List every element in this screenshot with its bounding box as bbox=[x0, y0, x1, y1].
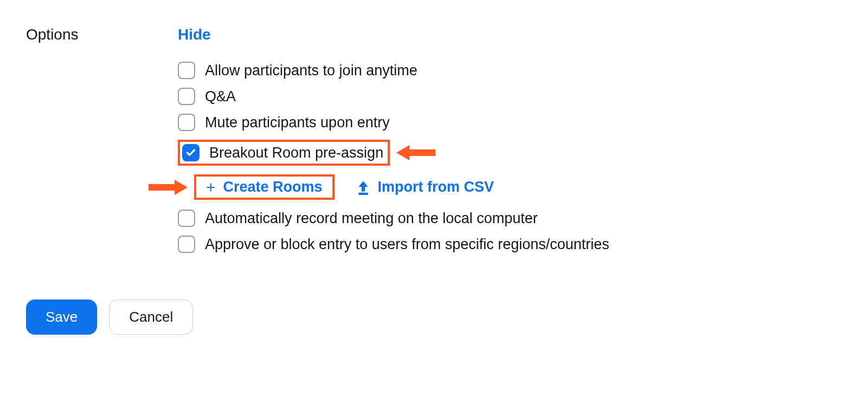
create-rooms-label: Create Rooms bbox=[223, 179, 323, 196]
option-qa: Q&A bbox=[178, 88, 842, 105]
breakout-actions-row: + Create Rooms Import from CSV bbox=[194, 174, 842, 200]
label-auto-record-local: Automatically record meeting on the loca… bbox=[205, 210, 538, 227]
left-column: Options bbox=[26, 26, 145, 262]
options-container: Options Hide Allow participants to join … bbox=[26, 26, 842, 262]
option-allow-join-anytime: Allow participants to join anytime bbox=[178, 62, 842, 79]
option-auto-record-local: Automatically record meeting on the loca… bbox=[178, 210, 842, 227]
label-breakout-preassign: Breakout Room pre-assign bbox=[209, 145, 383, 161]
label-qa: Q&A bbox=[205, 88, 236, 105]
svg-rect-2 bbox=[358, 192, 368, 194]
checkbox-approve-block-regions[interactable] bbox=[178, 236, 195, 253]
cancel-button[interactable]: Cancel bbox=[109, 299, 193, 335]
option-approve-block-regions: Approve or block entry to users from spe… bbox=[178, 236, 842, 253]
footer-buttons: Save Cancel bbox=[26, 299, 842, 335]
option-breakout-preassign-row: Breakout Room pre-assign bbox=[178, 140, 842, 166]
checkbox-qa[interactable] bbox=[178, 88, 195, 105]
svg-marker-0 bbox=[396, 145, 435, 160]
section-label: Options bbox=[26, 26, 145, 43]
annotation-arrow-left-icon bbox=[396, 142, 435, 164]
label-mute-on-entry: Mute participants upon entry bbox=[205, 114, 390, 131]
check-icon bbox=[185, 147, 196, 158]
annotation-highlight-create-rooms: + Create Rooms bbox=[194, 174, 335, 200]
import-csv-label: Import from CSV bbox=[378, 179, 494, 196]
checkbox-mute-on-entry[interactable] bbox=[178, 114, 195, 131]
plus-icon: + bbox=[206, 179, 216, 196]
annotation-arrow-right-icon bbox=[149, 177, 188, 198]
label-approve-block-regions: Approve or block entry to users from spe… bbox=[205, 236, 609, 253]
save-button[interactable]: Save bbox=[26, 299, 97, 335]
svg-marker-1 bbox=[149, 180, 188, 195]
import-csv-link[interactable]: Import from CSV bbox=[356, 179, 494, 196]
annotation-highlight-breakout: Breakout Room pre-assign bbox=[178, 140, 390, 166]
label-allow-join-anytime: Allow participants to join anytime bbox=[205, 62, 417, 79]
option-mute-on-entry: Mute participants upon entry bbox=[178, 114, 842, 131]
right-column: Hide Allow participants to join anytime … bbox=[178, 26, 842, 262]
upload-icon bbox=[356, 180, 370, 195]
create-rooms-link[interactable]: + Create Rooms bbox=[206, 179, 323, 196]
checkbox-breakout-preassign[interactable] bbox=[182, 144, 200, 161]
hide-link[interactable]: Hide bbox=[178, 26, 211, 43]
checkbox-allow-join-anytime[interactable] bbox=[178, 62, 195, 79]
checkbox-auto-record-local[interactable] bbox=[178, 210, 195, 227]
